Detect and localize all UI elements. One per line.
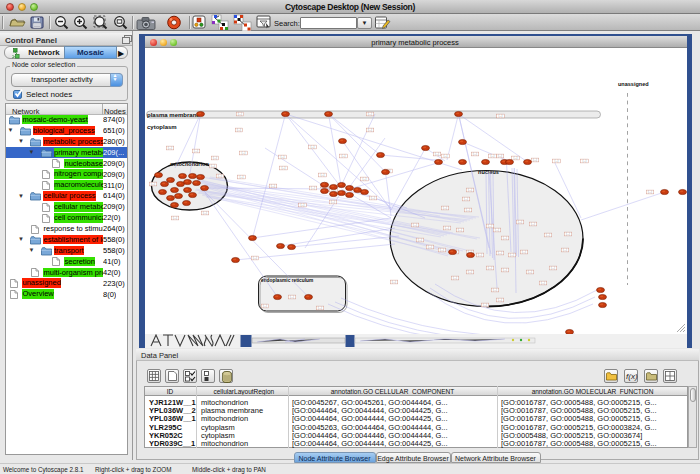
svg-text:(...): (...) — [464, 197, 468, 201]
svg-text:(...): (...) — [503, 236, 507, 240]
svg-text:(...): (...) — [528, 270, 532, 274]
svg-text:(...): (...) — [453, 276, 457, 280]
svg-text:(...): (...) — [582, 159, 586, 163]
svg-text:(...): (...) — [440, 248, 444, 252]
svg-text:(...): (...) — [473, 152, 477, 156]
svg-text:(...): (...) — [488, 266, 492, 270]
svg-text:endoplasmic reticulum: endoplasmic reticulum — [261, 278, 313, 283]
svg-text:(...): (...) — [238, 112, 242, 116]
svg-text:(...): (...) — [513, 156, 517, 160]
svg-text:(...): (...) — [341, 154, 345, 158]
svg-text:(...): (...) — [280, 155, 284, 159]
svg-text:(...): (...) — [498, 298, 502, 302]
svg-text:(...): (...) — [213, 156, 217, 160]
svg-text:(...): (...) — [541, 281, 545, 285]
svg-text:(...): (...) — [490, 154, 494, 158]
svg-text:(...): (...) — [443, 206, 447, 210]
svg-text:(...): (...) — [194, 149, 198, 153]
svg-text:(...): (...) — [546, 233, 550, 237]
svg-text:(...): (...) — [483, 303, 487, 307]
svg-text:(...): (...) — [218, 174, 222, 178]
svg-text:(...): (...) — [566, 232, 570, 236]
svg-text:cytoplasm: cytoplasm — [147, 124, 177, 130]
svg-text:(...): (...) — [151, 182, 155, 186]
svg-text:(...): (...) — [533, 158, 537, 162]
svg-text:(...): (...) — [168, 146, 172, 150]
svg-text:(...): (...) — [498, 251, 502, 255]
svg-text:(...): (...) — [554, 159, 558, 163]
svg-text:(...): (...) — [281, 166, 285, 170]
svg-text:(...): (...) — [518, 220, 522, 224]
svg-text:(...): (...) — [445, 226, 449, 230]
svg-text:(...): (...) — [443, 154, 447, 158]
svg-text:(...): (...) — [495, 228, 499, 232]
svg-text:(...): (...) — [368, 128, 372, 132]
svg-text:(...): (...) — [173, 216, 177, 220]
svg-text:unassigned: unassigned — [618, 81, 649, 87]
svg-text:(...): (...) — [263, 304, 267, 308]
svg-text:(...): (...) — [203, 211, 207, 215]
svg-text:(...): (...) — [458, 228, 462, 232]
svg-text:(...): (...) — [498, 154, 502, 158]
svg-text:(...): (...) — [648, 190, 652, 194]
svg-text:(...): (...) — [310, 145, 314, 149]
svg-text:(...): (...) — [522, 250, 526, 254]
svg-text:(...): (...) — [466, 208, 470, 212]
svg-text:(...): (...) — [563, 248, 567, 252]
svg-text:(...): (...) — [239, 175, 243, 179]
svg-text:(...): (...) — [413, 223, 417, 227]
svg-text:(...): (...) — [320, 173, 324, 177]
svg-text:(...): (...) — [368, 112, 372, 116]
svg-text:(...): (...) — [478, 253, 482, 257]
svg-text:(...): (...) — [253, 256, 257, 260]
svg-text:(...): (...) — [392, 280, 396, 284]
svg-text:(...): (...) — [237, 128, 241, 132]
svg-text:(...): (...) — [290, 295, 294, 299]
svg-text:(...): (...) — [510, 253, 514, 257]
svg-text:(...): (...) — [418, 238, 422, 242]
svg-text:(...): (...) — [311, 186, 315, 190]
svg-text:(...): (...) — [211, 164, 215, 168]
svg-text:(...): (...) — [468, 270, 472, 274]
svg-text:(...): (...) — [331, 200, 335, 204]
svg-text:(...): (...) — [271, 184, 275, 188]
svg-text:(...): (...) — [371, 196, 375, 200]
svg-text:(...): (...) — [468, 188, 472, 192]
svg-text:(...): (...) — [435, 152, 439, 156]
svg-text:(...): (...) — [300, 203, 304, 207]
svg-text:(...): (...) — [551, 266, 555, 270]
svg-text:(...): (...) — [318, 306, 322, 310]
svg-text:plasma membrane: plasma membrane — [147, 112, 200, 118]
svg-text:(...): (...) — [488, 224, 492, 228]
svg-text:(...): (...) — [503, 268, 507, 272]
svg-text:(...): (...) — [241, 151, 245, 155]
svg-text:(...): (...) — [493, 288, 497, 292]
svg-text:(...): (...) — [428, 245, 432, 249]
svg-text:(...): (...) — [531, 222, 535, 226]
svg-text:(...): (...) — [498, 114, 502, 118]
svg-text:(...): (...) — [362, 177, 366, 181]
